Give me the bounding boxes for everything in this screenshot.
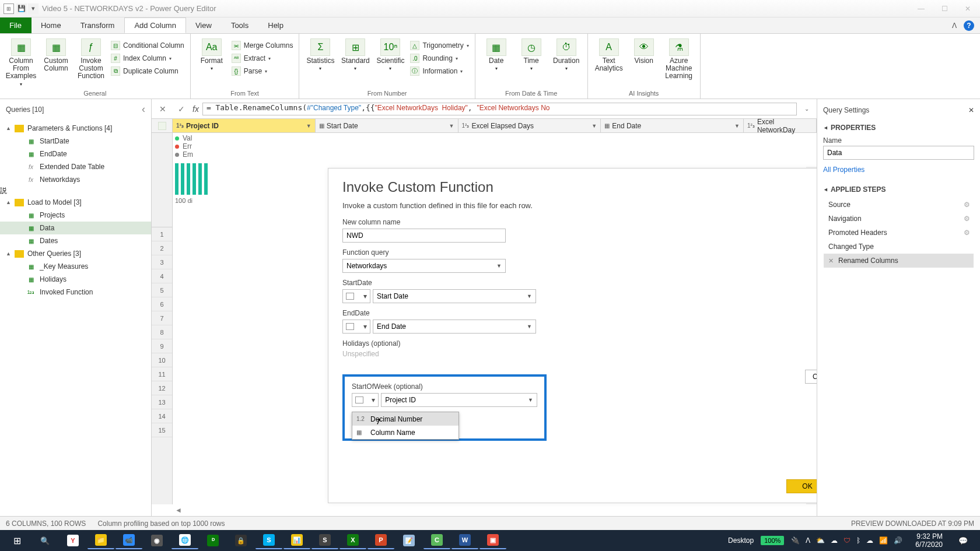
- query-dates[interactable]: ▦Dates: [0, 234, 151, 247]
- scroll-left-button[interactable]: ◄: [175, 506, 182, 514]
- information-button[interactable]: ⓘInformation▾: [408, 65, 471, 77]
- start-button[interactable]: ⊞: [4, 532, 30, 549]
- column-end-date[interactable]: ▦End Date▼: [601, 119, 744, 132]
- startofweek-type-select[interactable]: ▾: [352, 393, 379, 407]
- date-button[interactable]: ▦Date▾: [479, 36, 514, 88]
- show-desktop-label[interactable]: Desktop: [722, 536, 760, 545]
- taskbar-yandex[interactable]: Y: [60, 532, 86, 549]
- query-name-input[interactable]: [823, 146, 974, 160]
- column-excel-networkday[interactable]: 1²₃Excel NetworkDay: [744, 119, 817, 132]
- gear-icon[interactable]: ⚙: [964, 229, 970, 237]
- save-icon[interactable]: 💾: [16, 3, 27, 14]
- tab-transform[interactable]: Transform: [71, 17, 125, 33]
- startdate-column-select[interactable]: Start Date▼: [373, 289, 536, 303]
- notifications-button[interactable]: 💬: [950, 532, 977, 549]
- ok-button[interactable]: OK: [786, 479, 817, 493]
- taskbar-media[interactable]: ◉: [144, 532, 170, 549]
- row-header-corner[interactable]: [152, 119, 173, 132]
- qat-dropdown-icon[interactable]: ▾: [28, 3, 38, 14]
- tray-cloud-icon[interactable]: ☁: [831, 536, 838, 545]
- taskbar-excel[interactable]: X: [340, 532, 366, 549]
- folder-load-to-model[interactable]: ▲Load to Model [3]: [0, 196, 151, 209]
- query-invoked-function[interactable]: 1₂₃Invoked Function: [0, 286, 151, 299]
- tab-file[interactable]: File: [0, 17, 32, 33]
- search-button[interactable]: 🔍: [32, 532, 58, 549]
- query-enddate[interactable]: ▦EndDate: [0, 148, 151, 160]
- column-start-date[interactable]: ▦Start Date▼: [316, 119, 459, 132]
- new-column-name-input[interactable]: [342, 229, 506, 243]
- fx-icon[interactable]: fx: [192, 104, 199, 114]
- chevron-down-icon[interactable]: ▼: [449, 123, 454, 129]
- expand-formula-icon[interactable]: ⌄: [800, 106, 813, 112]
- accept-formula-button[interactable]: ✓: [174, 103, 189, 115]
- gear-icon[interactable]: ⚙: [964, 215, 970, 223]
- taskbar-powerbi[interactable]: 📊: [284, 532, 310, 549]
- type-option-column[interactable]: ▦Column Name: [352, 426, 459, 439]
- query-startdate[interactable]: ▦StartDate: [0, 135, 151, 148]
- all-properties-link[interactable]: All Properties: [823, 166, 974, 174]
- tray-shield-icon[interactable]: 🛡: [844, 536, 850, 545]
- enddate-column-select[interactable]: End Date▼: [373, 320, 536, 334]
- step-changed-type[interactable]: Changed Type: [824, 240, 974, 254]
- taskbar-dragon[interactable]: ᴰ: [200, 532, 226, 549]
- tray-onedrive-icon[interactable]: ☁: [866, 536, 873, 545]
- taskbar-powerpoint[interactable]: P: [368, 532, 394, 549]
- help-icon[interactable]: ?: [964, 20, 974, 31]
- query-data[interactable]: ▦Data: [0, 222, 151, 234]
- tray-weather-icon[interactable]: ⛅: [816, 536, 825, 545]
- taskbar-notepad[interactable]: 📝: [396, 532, 422, 549]
- formula-bar[interactable]: = Table.RenameColumns(#"Changed Type",{{…: [202, 103, 797, 115]
- taskbar-zoom[interactable]: 📹: [116, 532, 142, 549]
- taskbar-chrome[interactable]: 🌐: [172, 532, 198, 549]
- step-source[interactable]: Source⚙: [824, 198, 974, 212]
- query-extended-date[interactable]: fxExtended Date Table: [0, 160, 151, 173]
- extract-button[interactable]: ᴬᴮExtract▾: [229, 52, 296, 64]
- text-analytics-button[interactable]: AText Analytics: [592, 36, 626, 88]
- duration-button[interactable]: ⏱Duration▾: [549, 36, 584, 88]
- close-settings-button[interactable]: ✕: [968, 106, 974, 114]
- minimize-button[interactable]: —: [912, 5, 930, 13]
- tab-tools[interactable]: Tools: [222, 17, 258, 33]
- invoke-custom-function-button[interactable]: ƒInvoke Custom Function: [74, 36, 108, 88]
- statistics-button[interactable]: ΣStatistics▾: [303, 36, 338, 88]
- taskbar-explorer[interactable]: 📁: [88, 532, 114, 549]
- tab-help[interactable]: Help: [258, 17, 293, 33]
- vision-button[interactable]: 👁Vision: [626, 36, 662, 88]
- system-tray[interactable]: 🔌 ᐱ ⛅ ☁ 🛡 ᛒ ☁ 📶 🔊: [785, 536, 908, 545]
- azure-ml-button[interactable]: ⚗Azure Machine Learning: [662, 36, 696, 88]
- startofweek-column-select[interactable]: Project ID▼: [381, 393, 537, 407]
- tray-bluetooth-icon[interactable]: ᛒ: [856, 536, 860, 545]
- taskbar-skype[interactable]: S: [256, 532, 282, 549]
- tray-up-icon[interactable]: ᐱ: [806, 536, 810, 545]
- taskbar-lock[interactable]: 🔒: [228, 532, 254, 549]
- collapse-ribbon-icon[interactable]: ᐱ: [952, 22, 957, 30]
- enddate-type-select[interactable]: ▾: [342, 320, 370, 334]
- tray-plug-icon[interactable]: 🔌: [791, 536, 800, 545]
- column-from-examples-button[interactable]: ▦Column From Examples▾: [4, 36, 38, 88]
- battery-indicator[interactable]: 100%: [761, 536, 784, 545]
- tab-add-column[interactable]: Add Column: [124, 17, 186, 33]
- standard-button[interactable]: ⊞Standard▾: [338, 36, 373, 88]
- chevron-down-icon[interactable]: ▼: [734, 123, 740, 129]
- maximize-button[interactable]: ☐: [936, 5, 953, 13]
- column-project-id[interactable]: 1²₃Project ID▼: [173, 119, 316, 132]
- function-query-select[interactable]: Networkdays▼: [342, 259, 506, 273]
- tab-home[interactable]: Home: [32, 17, 71, 33]
- merge-columns-button[interactable]: ⫘Merge Columns: [229, 40, 296, 51]
- tray-wifi-icon[interactable]: 📶: [879, 536, 888, 545]
- choose-column-button[interactable]: Choose Column...: [805, 370, 817, 384]
- custom-column-button[interactable]: ▦Custom Column: [38, 36, 74, 88]
- delete-step-icon[interactable]: ✕: [828, 257, 834, 265]
- taskbar-camtasia[interactable]: C: [424, 532, 450, 549]
- collapse-queries-icon[interactable]: ‹: [142, 103, 145, 115]
- chevron-down-icon[interactable]: ▼: [306, 123, 312, 129]
- column-excel-elapsed[interactable]: 1²₃Excel Elapsed Days▼: [459, 119, 601, 132]
- query-holidays[interactable]: ▦Holidays: [0, 273, 151, 286]
- gear-icon[interactable]: ⚙: [964, 201, 970, 209]
- clock[interactable]: 9:32 PM 6/7/2020: [909, 532, 949, 549]
- step-promoted-headers[interactable]: Promoted Headers⚙: [824, 226, 974, 240]
- step-renamed-columns[interactable]: ✕Renamed Columns: [824, 254, 974, 268]
- step-navigation[interactable]: Navigation⚙: [824, 212, 974, 226]
- taskbar-word[interactable]: W: [452, 532, 478, 549]
- taskbar-app[interactable]: ▣: [480, 532, 506, 549]
